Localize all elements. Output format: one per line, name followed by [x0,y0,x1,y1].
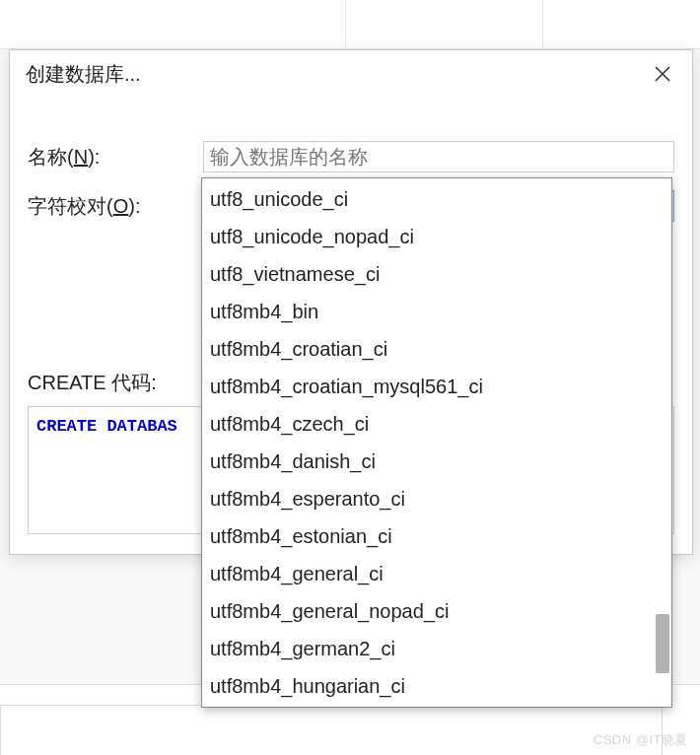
watermark: CSDN @IT晓夏 [594,731,688,749]
name-label: 名称(N): [28,144,203,171]
collation-option[interactable]: utf8mb4_estonian_ci [202,517,671,555]
collation-option[interactable]: utf8_vietnamese_ci [202,255,671,293]
scroll-thumb[interactable] [656,614,669,673]
collation-option[interactable]: utf8mb4_czech_ci [202,405,671,443]
collation-option[interactable]: utf8mb4_hungarian_ci [202,667,671,705]
dropdown-scrollbar[interactable] [654,180,669,705]
background-bottom-panel [0,705,663,755]
collation-label: 字符校对(O): [28,193,203,220]
collation-option[interactable]: utf8_unicode_nopad_ci [202,218,671,255]
database-name-input[interactable]: 输入数据库的名称 [203,141,674,172]
collation-option[interactable]: utf8mb4_croatian_mysql561_ci [202,368,671,405]
collation-option[interactable]: utf8mb4_danish_ci [202,443,671,480]
collation-option[interactable]: utf8mb4_general_nopad_ci [202,592,671,630]
collation-option[interactable]: utf8mb4_esperanto_ci [202,480,671,517]
close-icon [655,66,670,82]
dialog-titlebar: 创建数据库... [10,50,692,98]
background-grid [0,0,700,49]
collation-option[interactable]: utf8mb4_icelandic_ci [202,705,671,708]
collation-option[interactable]: utf8_unicode_ci [202,180,671,218]
close-button[interactable] [649,60,676,88]
dialog-title: 创建数据库... [26,61,141,88]
collation-option[interactable]: utf8mb4_croatian_ci [202,330,671,368]
collation-option[interactable]: utf8mb4_bin [202,293,671,330]
collation-option[interactable]: utf8mb4_german2_ci [202,630,671,667]
collation-option[interactable]: utf8mb4_general_ci [202,555,671,592]
name-row: 名称(N): 输入数据库的名称 [28,141,674,172]
collation-dropdown-list[interactable]: utf8_unicode_ciutf8_unicode_nopad_ciutf8… [201,177,672,708]
